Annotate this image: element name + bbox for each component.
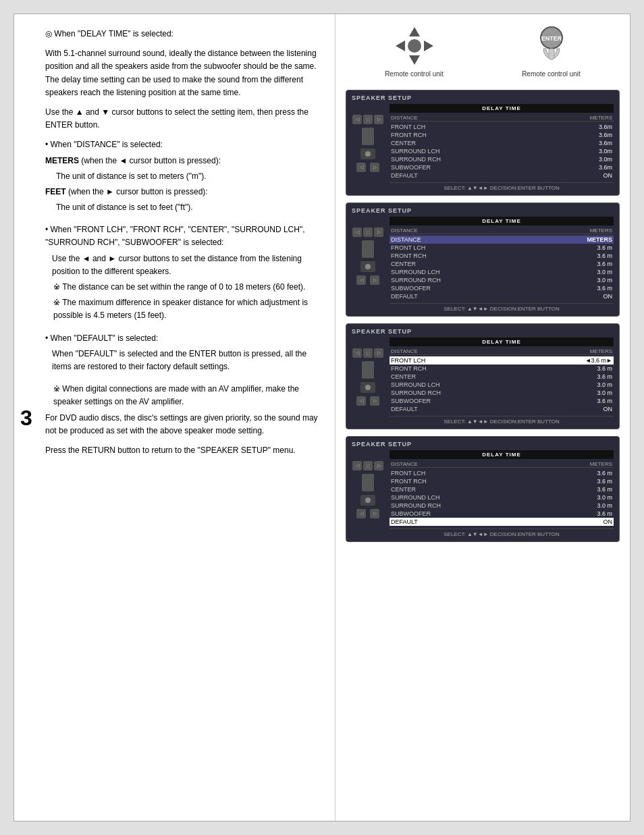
panel-4-header-row: DISTANCEMETERS [390, 461, 614, 468]
panel-3-row-2: FRONT RCH3.6 m [390, 365, 614, 373]
left-column: ◎ When "DELAY TIME" is selected: With 5.… [38, 14, 336, 821]
panel-2-row-1: DISTANCEMETERS [390, 236, 614, 244]
panel-2-row-6: SURROUND RCH3.0 m [390, 276, 614, 284]
panel-1-icons: ◁□▷◁▷ [352, 104, 384, 191]
panel-1-row-3: CENTER3.6m [390, 139, 614, 147]
page-container: 3 ◎ When "DELAY TIME" is selected: With … [14, 14, 630, 821]
panel-2-footer: SELECT: ▲▼◄► DECISION:ENTER BUTTON [390, 303, 614, 312]
panel-4-footer: SELECT: ▲▼◄► DECISION:ENTER BUTTON [390, 529, 614, 537]
svg-marker-0 [409, 27, 420, 36]
panel-2-row-5: SURROUND LCH3.0 m [390, 268, 614, 276]
speaker-panel-4: SPEAKER SETUP◁□▷◁▷DELAY TIMEDISTANCEMETE… [346, 436, 620, 542]
panel-3-icons: ◁□▷◁▷ [352, 338, 384, 425]
panel-3-row-6: SUBWOOFER3.6 m [390, 397, 614, 405]
panel-1-row-5: SURROUND RCH3.0m [390, 155, 614, 163]
speaker-panel-2: SPEAKER SETUP◁□▷◁▷DELAY TIMEDISTANCEMETE… [346, 203, 620, 317]
panels-container: SPEAKER SETUP◁□▷◁▷DELAY TIMEDISTANCEMETE… [346, 90, 620, 542]
bullet3-text: When "DEFAULT" is selected and the ENTER… [45, 348, 321, 373]
right-column: Remote control unit ENTER Remote control… [336, 14, 630, 821]
panel-4-row-7: DEFAULTON [390, 518, 614, 526]
bottom-note1: When digital connections are made with a… [45, 383, 321, 408]
panel-4-row-4: SURROUND LCH3.0 m [390, 493, 614, 502]
speaker-panel-3: SPEAKER SETUP◁□▷◁▷DELAY TIMEDISTANCEMETE… [346, 323, 620, 429]
bullet2-note2: The maximum difference in speaker distan… [45, 296, 321, 322]
bullet1-feet-desc: The unit of distance is set to feet ("ft… [45, 201, 321, 214]
remote-enter-item: ENTER Remote control unit [522, 24, 581, 78]
bottom-note2: For DVD audio discs, the disc's settings… [45, 412, 321, 437]
panel-4-row-6: SUBWOOFER3.6 m [390, 510, 614, 518]
bullet3-title: • When "DEFAULT" is selected: [45, 332, 321, 345]
panel-2-row-8: DEFAULTON [390, 292, 614, 300]
svg-point-4 [408, 39, 421, 53]
svg-marker-2 [396, 41, 405, 51]
panel-3-row-3: CENTER3.6 m [390, 373, 614, 381]
panel-3-row-7: DEFAULTON [390, 405, 614, 413]
bullet2-note1: The distance can be set within the range… [45, 281, 321, 294]
cursor-instruction: Use the ▲ and ▼ cursor buttons to select… [45, 106, 321, 132]
bullet1-meters: METERS (when the ◄ cursor button is pres… [45, 155, 321, 167]
panel-2-row-2: FRONT LCH3.6 m [390, 244, 614, 252]
panel-3-table: DELAY TIMEDISTANCEMETERSFRONT LCH◄3.6 m►… [390, 338, 614, 425]
panel-1-row-2: FRONT RCH3.6m [390, 131, 614, 139]
meters-label: METERS [45, 156, 79, 165]
step-number-col: 3 [14, 14, 38, 821]
remote-controls-row: Remote control unit ENTER Remote control… [346, 24, 620, 78]
panel-1-table: DELAY TIMEDISTANCEMETERSFRONT LCH3.6mFRO… [390, 104, 614, 191]
panel-2-row-4: CENTER3.6 m [390, 260, 614, 268]
speaker-panel-1: SPEAKER SETUP◁□▷◁▷DELAY TIMEDISTANCEMETE… [346, 90, 620, 196]
bullet-section-1: • When "DISTANCE" is selected: METERS (w… [45, 138, 321, 214]
panel-4-row-5: SURROUND RCH3.0 m [390, 502, 614, 510]
panel-3-row-4: SURROUND LCH3.0 m [390, 381, 614, 389]
bullet-section-2: • When "FRONT LCH", "FRONT RCH", "CENTER… [45, 223, 321, 322]
panel-1-title: SPEAKER SETUP [352, 95, 614, 101]
remote-label-2: Remote control unit [522, 70, 581, 78]
bullet1-title: • When "DISTANCE" is selected: [45, 138, 321, 151]
panel-3-subtitle: DELAY TIME [390, 338, 614, 346]
panel-2-table: DELAY TIMEDISTANCEMETERSDISTANCEMETERSFR… [390, 217, 614, 312]
panel-1-row-4: SURROUND LCH3.0m [390, 147, 614, 155]
panel-4-title: SPEAKER SETUP [352, 441, 614, 448]
panel-1-header-row: DISTANCEMETERS [390, 115, 614, 122]
panel-4-subtitle: DELAY TIME [390, 450, 614, 459]
panel-4-row-2: FRONT RCH3.6 m [390, 477, 614, 485]
panel-2-row-7: SUBWOOFER3.6 m [390, 284, 614, 292]
remote-label-1: Remote control unit [385, 70, 444, 78]
panel-4-table: DELAY TIMEDISTANCEMETERSFRONT LCH3.6 mFR… [390, 450, 614, 537]
panel-2-icons: ◁□▷◁▷ [352, 217, 384, 312]
enter-button-icon: ENTER [530, 24, 573, 68]
remote-dpad-item: Remote control unit [385, 24, 444, 78]
panel-1-footer: SELECT: ▲▼◄► DECISION:ENTER BUTTON [390, 182, 614, 191]
bullet2-title: • When "FRONT LCH", "FRONT RCH", "CENTER… [45, 223, 321, 249]
circle-note: ◎ When "DELAY TIME" is selected: [45, 28, 321, 41]
panel-2-row-3: FRONT RCH3.6 m [390, 252, 614, 260]
panel-3-footer: SELECT: ▲▼◄► DECISION:ENTER BUTTON [390, 416, 614, 425]
bullet-section-3: • When "DEFAULT" is selected: When "DEFA… [45, 332, 321, 374]
panel-2-header-row: DISTANCEMETERS [390, 227, 614, 234]
panel-1-row-6: SUBWOOFER3.6m [390, 163, 614, 171]
dpad-icon [393, 24, 436, 68]
return-instruction: Press the RETURN button to return to the… [45, 444, 321, 457]
panel-3-title: SPEAKER SETUP [352, 328, 614, 335]
panel-3-row-5: SURROUND RCH3.0 m [390, 389, 614, 397]
step-number: 3 [20, 405, 32, 430]
panel-4-icons: ◁□▷◁▷ [352, 450, 384, 537]
panel-1-row-1: FRONT LCH3.6m [390, 123, 614, 131]
bullet1-feet: FEET (when the ► cursor button is presse… [45, 186, 321, 198]
bullet2-text: Use the ◄ and ► cursor buttons to set th… [45, 252, 321, 278]
intro-text: With 5.1-channel surround sound, ideally… [45, 47, 321, 99]
panel-4-row-1: FRONT LCH3.6 m [390, 469, 614, 477]
panel-1-row-7: DEFAULTON [390, 171, 614, 180]
panel-1-subtitle: DELAY TIME [390, 104, 614, 113]
bullet1-meters-desc: The unit of distance is set to meters ("… [45, 170, 321, 183]
panel-3-row-1: FRONT LCH◄3.6 m► [390, 356, 614, 365]
svg-marker-3 [424, 41, 433, 51]
panel-2-subtitle: DELAY TIME [390, 217, 614, 225]
panel-3-header-row: DISTANCEMETERS [390, 348, 614, 355]
feet-label: FEET [45, 187, 66, 196]
panel-2-title: SPEAKER SETUP [352, 207, 614, 214]
svg-marker-1 [409, 55, 420, 65]
svg-rect-7 [549, 49, 554, 59]
panel-4-row-3: CENTER3.6 m [390, 485, 614, 493]
svg-text:ENTER: ENTER [541, 35, 562, 42]
